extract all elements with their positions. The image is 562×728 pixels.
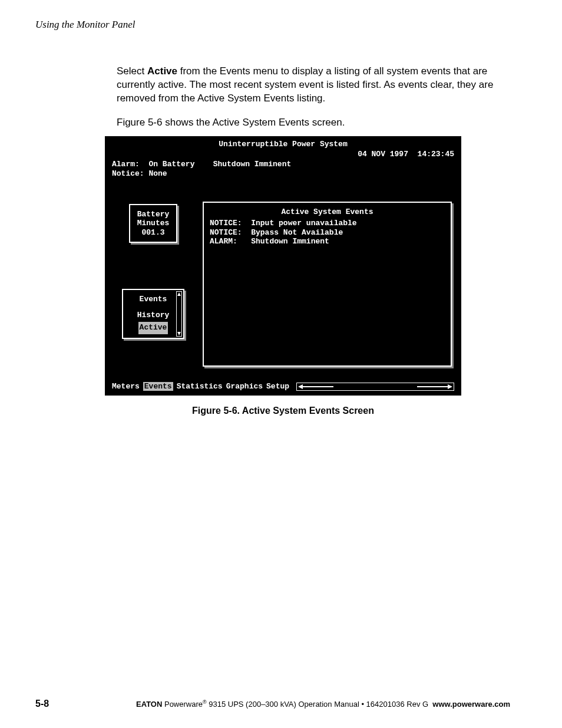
screen-datetime: 04 NOV 1997 14:23:45 <box>112 150 454 159</box>
footer-url: www.powerware.com <box>432 700 510 709</box>
notice-value: None <box>148 169 167 178</box>
page-number: 5-8 <box>35 699 49 709</box>
battery-line2: Minutes <box>135 219 171 228</box>
status-lines: Alarm: On Battery Shutdown Imminent Noti… <box>112 160 454 179</box>
battery-line3: 001.3 <box>135 228 171 238</box>
page-footer: 5-8 EATON Powerware® 9315 UPS (200–300 k… <box>35 699 527 709</box>
left-column: Battery Minutes 001.3 Events History Act… <box>112 196 194 373</box>
screen-time: 14:23:45 <box>418 150 454 159</box>
notice-label: Notice: <box>112 169 144 178</box>
battery-line1: Battery <box>135 210 171 219</box>
event-row: NOTICE: Bypass Not Available <box>210 228 445 238</box>
events-submenu[interactable]: Events History Active <box>122 289 184 338</box>
alarm-value-1: On Battery <box>148 160 194 169</box>
active-events-panel: Active System Events NOTICE: Input power… <box>203 202 452 367</box>
svg-marker-5 <box>448 384 452 389</box>
registered-mark: ® <box>203 699 207 705</box>
menu-graphics[interactable]: Graphics <box>226 382 263 391</box>
figure-caption: Figure 5-6. Active System Events Screen <box>105 406 461 416</box>
submenu-item-active[interactable]: Active <box>138 322 168 334</box>
svg-marker-0 <box>177 292 181 296</box>
svg-marker-3 <box>298 384 303 389</box>
body-p1-bold: Active <box>147 65 177 77</box>
body-text: Select Active from the Events menu to di… <box>117 65 523 130</box>
ups-screen: Uninterruptible Power System 04 NOV 1997… <box>105 136 461 396</box>
screen-date: 04 NOV 1997 <box>358 150 408 159</box>
footer-brand: EATON <box>136 700 162 709</box>
arrow-up-icon[interactable] <box>177 292 181 297</box>
menu-setup[interactable]: Setup <box>266 382 289 391</box>
submenu-title: Events <box>123 294 183 306</box>
menu-meters[interactable]: Meters <box>112 382 140 391</box>
menu-slider[interactable] <box>296 383 454 391</box>
event-row: ALARM: Shutdown Imminent <box>210 237 445 246</box>
event-row: NOTICE: Input power unavailable <box>210 219 445 228</box>
alarm-label: Alarm: <box>112 160 140 169</box>
menu-events[interactable]: Events <box>143 382 173 391</box>
menubar[interactable]: Meters Events Statistics Graphics Setup <box>112 382 454 391</box>
body-p2: Figure 5-6 shows the Active System Event… <box>117 116 523 130</box>
running-header: Using the Monitor Panel <box>35 19 135 31</box>
footer-product-post: 9315 UPS (200–300 kVA) Operation Manual … <box>207 700 429 709</box>
arrow-down-icon[interactable] <box>177 331 181 336</box>
menu-statistics[interactable]: Statistics <box>177 382 223 391</box>
footer-product-pre: Powerware <box>162 700 203 709</box>
submenu-scrollbar[interactable] <box>176 291 182 336</box>
battery-box: Battery Minutes 001.3 <box>129 204 177 243</box>
body-p1-pre: Select <box>117 65 147 77</box>
screen-title: Uninterruptible Power System <box>112 140 454 149</box>
svg-marker-1 <box>177 332 181 335</box>
alarm-value-2: Shutdown Imminent <box>213 160 292 169</box>
events-panel-title: Active System Events <box>210 207 445 217</box>
submenu-item-history[interactable]: History <box>123 309 183 322</box>
arrow-right-icon[interactable] <box>417 384 452 389</box>
arrow-left-icon[interactable] <box>298 384 333 389</box>
